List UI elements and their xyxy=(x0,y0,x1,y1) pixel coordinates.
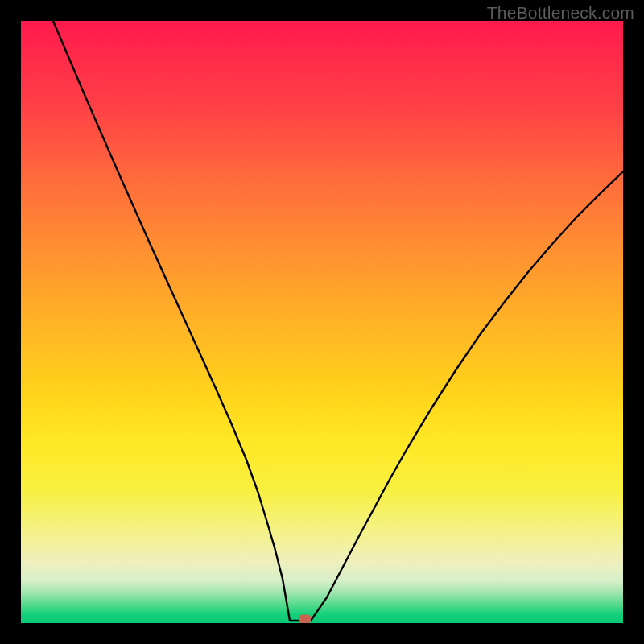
plot-area xyxy=(21,21,623,623)
watermark-text: TheBottleneck.com xyxy=(487,3,634,23)
chart-frame: TheBottleneck.com xyxy=(0,0,644,644)
bottleneck-curve xyxy=(21,21,623,623)
optimal-point-marker xyxy=(299,615,311,624)
